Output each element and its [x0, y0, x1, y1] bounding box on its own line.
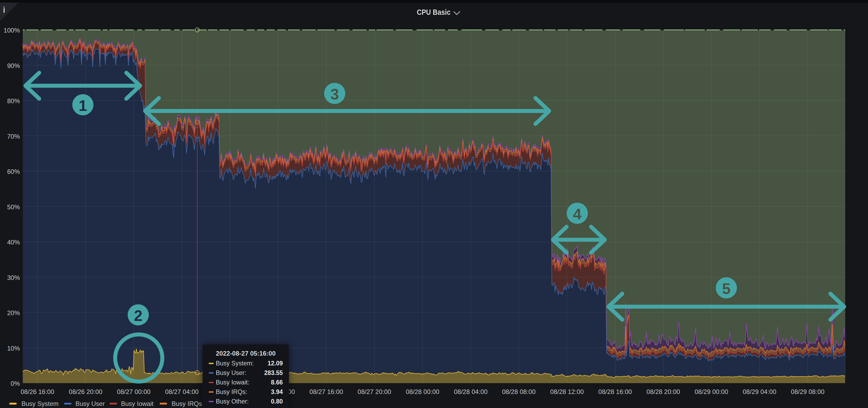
- svg-text:40%: 40%: [7, 239, 20, 246]
- svg-text:08/28 12:00: 08/28 12:00: [550, 388, 584, 395]
- svg-text:08/28 04:00: 08/28 04:00: [454, 388, 488, 395]
- svg-text:08/28 08:00: 08/28 08:00: [502, 388, 536, 395]
- svg-text:08/28 00:00: 08/28 00:00: [406, 388, 439, 395]
- svg-text:10%: 10%: [7, 345, 20, 352]
- svg-text:70%: 70%: [7, 133, 20, 140]
- svg-text:50%: 50%: [7, 203, 20, 211]
- svg-text:60%: 60%: [7, 168, 20, 175]
- svg-text:90%: 90%: [7, 62, 20, 69]
- svg-text:20%: 20%: [7, 309, 20, 316]
- svg-text:08/29 04:00: 08/29 04:00: [743, 388, 776, 395]
- svg-text:08/27 20:00: 08/27 20:00: [358, 388, 391, 395]
- svg-text:08/26 16:00: 08/26 16:00: [21, 388, 54, 395]
- svg-text:08/27 16:00: 08/27 16:00: [310, 388, 343, 395]
- svg-text:08/28 16:00: 08/28 16:00: [598, 388, 632, 395]
- svg-text:08/29 08:00: 08/29 08:00: [791, 388, 825, 395]
- svg-text:08/27 04:00: 08/27 04:00: [165, 388, 198, 395]
- svg-text:08/28 20:00: 08/28 20:00: [646, 388, 680, 395]
- svg-text:30%: 30%: [7, 274, 20, 281]
- svg-text:0%: 0%: [10, 380, 20, 387]
- svg-text:100%: 100%: [4, 27, 20, 34]
- svg-text:80%: 80%: [7, 97, 20, 104]
- svg-text:08/26 20:00: 08/26 20:00: [69, 388, 102, 395]
- svg-text:08/29 00:00: 08/29 00:00: [694, 388, 728, 395]
- svg-text:08/27 00:00: 08/27 00:00: [117, 388, 151, 395]
